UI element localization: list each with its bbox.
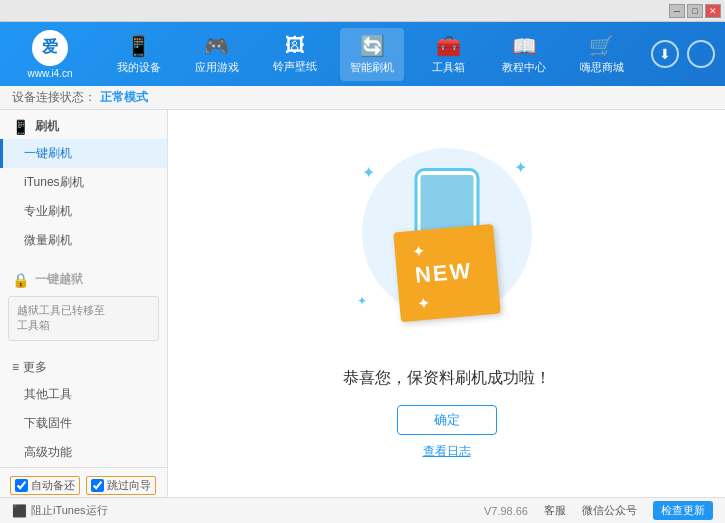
nav-tutorial[interactable]: 📖 教程中心 bbox=[492, 28, 556, 81]
guided-checkbox-label[interactable]: 跳过向导 bbox=[86, 476, 156, 495]
jailbreak-notice-text: 越狱工具已转移至 工具箱 bbox=[17, 304, 105, 331]
wallpaper-label: 铃声壁纸 bbox=[273, 59, 317, 74]
my-device-label: 我的设备 bbox=[117, 60, 161, 75]
status-label: 设备连接状态： bbox=[12, 89, 96, 106]
new-ribbon: NEW bbox=[393, 223, 500, 321]
sidebar-item-pro[interactable]: 专业刷机 bbox=[0, 197, 167, 226]
download-button[interactable]: ⬇ bbox=[651, 40, 679, 68]
device-section: 自动备还 跳过向导 📱 iPhone 12 mini 64GB Down-12m… bbox=[0, 467, 167, 497]
nav-toolbox[interactable]: 🧰 工具箱 bbox=[418, 28, 478, 81]
sidebar: 📱 刷机 一键刷机 iTunes刷机 专业刷机 微量刷机 🔒 一键越狱 越狱工具… bbox=[0, 110, 168, 497]
apps-label: 应用游戏 bbox=[195, 60, 239, 75]
store-label: 嗨思商城 bbox=[580, 60, 624, 75]
sidebar-item-advanced[interactable]: 高级功能 bbox=[0, 438, 167, 467]
auto-backup-label: 自动备还 bbox=[31, 478, 75, 493]
sidebar-item-itunes[interactable]: iTunes刷机 bbox=[0, 168, 167, 197]
smart-flash-label: 智能刷机 bbox=[350, 60, 394, 75]
maximize-button[interactable]: □ bbox=[687, 4, 703, 18]
itunes-icon: ⬛ bbox=[12, 504, 27, 518]
sidebar-item-micro[interactable]: 微量刷机 bbox=[0, 226, 167, 255]
user-button[interactable]: 👤 bbox=[687, 40, 715, 68]
toolbox-icon: 🧰 bbox=[436, 34, 461, 58]
sidebar-item-other-tools[interactable]: 其他工具 bbox=[0, 380, 167, 409]
jailbreak-label: 一键越狱 bbox=[35, 271, 83, 288]
success-message: 恭喜您，保资料刷机成功啦！ bbox=[343, 368, 551, 389]
logo-text: www.i4.cn bbox=[27, 68, 72, 79]
bottom-left: ⬛ 阻止iTunes运行 bbox=[12, 503, 484, 518]
illustration: ✦ ✦ ✦ NEW bbox=[347, 148, 547, 348]
nav-bar: 📱 我的设备 🎮 应用游戏 🖼 铃声壁纸 🔄 智能刷机 🧰 工具箱 📖 教程中心… bbox=[100, 28, 641, 81]
header: 爱 www.i4.cn 📱 我的设备 🎮 应用游戏 🖼 铃声壁纸 🔄 智能刷机 … bbox=[0, 22, 725, 86]
sidebar-item-download-firmware[interactable]: 下载固件 bbox=[0, 409, 167, 438]
more-section-title: ≡ 更多 bbox=[0, 353, 167, 380]
bottom-bar: ⬛ 阻止iTunes运行 V7.98.66 客服 微信公众号 检查更新 bbox=[0, 497, 725, 523]
confirm-button[interactable]: 确定 bbox=[397, 405, 497, 435]
version-text: V7.98.66 bbox=[484, 505, 528, 517]
minimize-button[interactable]: ─ bbox=[669, 4, 685, 18]
customer-service-link[interactable]: 客服 bbox=[544, 503, 566, 518]
jailbreak-notice: 越狱工具已转移至 工具箱 bbox=[8, 296, 159, 341]
nav-my-device[interactable]: 📱 我的设备 bbox=[107, 28, 171, 81]
device-checkboxes: 自动备还 跳过向导 bbox=[10, 476, 157, 495]
close-button[interactable]: ✕ bbox=[705, 4, 721, 18]
status-value: 正常模式 bbox=[100, 89, 148, 106]
jailbreak-section: 🔒 一键越狱 bbox=[0, 263, 167, 292]
my-device-icon: 📱 bbox=[126, 34, 151, 58]
status-bar: 设备连接状态： 正常模式 bbox=[0, 86, 725, 110]
itunes-label: 阻止iTunes运行 bbox=[31, 503, 108, 518]
bottom-right: V7.98.66 客服 微信公众号 检查更新 bbox=[484, 501, 713, 520]
content-area: 📱 刷机 一键刷机 iTunes刷机 专业刷机 微量刷机 🔒 一键越狱 越狱工具… bbox=[0, 110, 725, 497]
nav-smart-flash[interactable]: 🔄 智能刷机 bbox=[340, 28, 404, 81]
apps-icon: 🎮 bbox=[204, 34, 229, 58]
main-content: ✦ ✦ ✦ NEW 恭喜您，保资料刷机成功啦！ 确定 查看日志 bbox=[168, 110, 725, 497]
nav-store[interactable]: 🛒 嗨思商城 bbox=[570, 28, 634, 81]
new-badge-text: NEW bbox=[413, 257, 472, 287]
guided-label: 跳过向导 bbox=[107, 478, 151, 493]
smart-flash-icon: 🔄 bbox=[360, 34, 385, 58]
nav-apps[interactable]: 🎮 应用游戏 bbox=[185, 28, 249, 81]
check-update-button[interactable]: 检查更新 bbox=[653, 501, 713, 520]
wallpaper-icon: 🖼 bbox=[285, 34, 305, 57]
more-icon: ≡ bbox=[12, 360, 19, 374]
flash-section-icon: 📱 bbox=[12, 119, 29, 135]
toolbox-label: 工具箱 bbox=[432, 60, 465, 75]
sparkle-top-left: ✦ bbox=[362, 163, 375, 182]
flash-section-title: 📱 刷机 bbox=[0, 110, 167, 139]
sparkle-bottom-left: ✦ bbox=[357, 294, 367, 308]
lock-icon: 🔒 bbox=[12, 272, 29, 288]
auto-backup-checkbox[interactable] bbox=[15, 479, 28, 492]
more-label: 更多 bbox=[23, 359, 47, 376]
logo[interactable]: 爱 www.i4.cn bbox=[10, 30, 90, 79]
flash-section-label: 刷机 bbox=[35, 118, 59, 135]
header-right: ⬇ 👤 bbox=[651, 40, 715, 68]
tutorial-icon: 📖 bbox=[512, 34, 537, 58]
logo-icon: 爱 bbox=[32, 30, 68, 66]
wechat-link[interactable]: 微信公众号 bbox=[582, 503, 637, 518]
sidebar-item-one-click[interactable]: 一键刷机 bbox=[0, 139, 167, 168]
title-bar: ─ □ ✕ bbox=[0, 0, 725, 22]
nav-wallpaper[interactable]: 🖼 铃声壁纸 bbox=[263, 28, 327, 80]
tutorial-link[interactable]: 查看日志 bbox=[423, 443, 471, 460]
tutorial-label: 教程中心 bbox=[502, 60, 546, 75]
store-icon: 🛒 bbox=[589, 34, 614, 58]
sparkle-top-right: ✦ bbox=[514, 158, 527, 177]
guided-checkbox[interactable] bbox=[91, 479, 104, 492]
auto-backup-checkbox-label[interactable]: 自动备还 bbox=[10, 476, 80, 495]
